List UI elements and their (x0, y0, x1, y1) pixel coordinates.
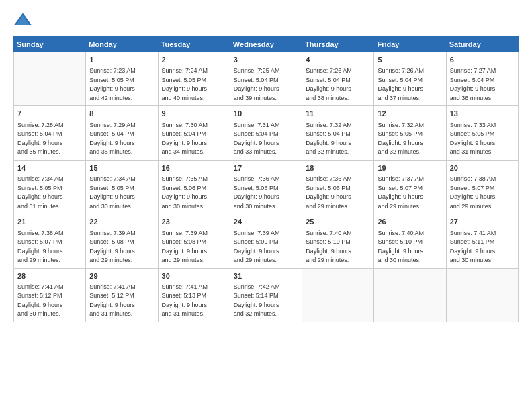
day-number: 5 (378, 55, 442, 65)
day-number: 31 (234, 271, 298, 281)
day-info: Sunrise: 7:33 AM Sunset: 5:05 PM Dayligh… (450, 121, 515, 157)
calendar-day-header: Saturday (446, 37, 518, 52)
calendar-table: SundayMondayTuesdayWednesdayThursdayFrid… (13, 36, 519, 322)
calendar-cell: 8Sunrise: 7:29 AM Sunset: 5:04 PM Daylig… (86, 106, 158, 160)
day-info: Sunrise: 7:41 AM Sunset: 5:13 PM Dayligh… (162, 283, 226, 319)
calendar-cell (446, 268, 518, 322)
calendar-cell: 28Sunrise: 7:41 AM Sunset: 5:12 PM Dayli… (14, 268, 86, 322)
day-number: 29 (89, 271, 154, 281)
calendar-cell (302, 268, 374, 322)
day-number: 16 (162, 163, 226, 173)
day-info: Sunrise: 7:41 AM Sunset: 5:12 PM Dayligh… (89, 283, 154, 319)
day-number: 27 (450, 217, 515, 227)
calendar-cell: 5Sunrise: 7:26 AM Sunset: 5:04 PM Daylig… (374, 52, 446, 106)
calendar-cell: 7Sunrise: 7:28 AM Sunset: 5:04 PM Daylig… (14, 106, 86, 160)
day-info: Sunrise: 7:34 AM Sunset: 5:05 PM Dayligh… (17, 175, 82, 211)
day-info: Sunrise: 7:23 AM Sunset: 5:05 PM Dayligh… (89, 66, 154, 103)
day-number: 19 (378, 163, 442, 173)
calendar-cell: 25Sunrise: 7:40 AM Sunset: 5:10 PM Dayli… (302, 214, 374, 268)
calendar-week-row: 28Sunrise: 7:41 AM Sunset: 5:12 PM Dayli… (14, 268, 519, 322)
logo (13, 11, 35, 30)
calendar-cell: 21Sunrise: 7:38 AM Sunset: 5:07 PM Dayli… (14, 214, 86, 268)
day-info: Sunrise: 7:36 AM Sunset: 5:06 PM Dayligh… (306, 175, 370, 211)
calendar-cell: 15Sunrise: 7:34 AM Sunset: 5:05 PM Dayli… (86, 160, 158, 214)
calendar-cell: 9Sunrise: 7:30 AM Sunset: 5:04 PM Daylig… (158, 106, 230, 160)
day-number: 6 (450, 55, 515, 65)
calendar-cell: 29Sunrise: 7:41 AM Sunset: 5:12 PM Dayli… (86, 268, 158, 322)
day-number: 9 (162, 109, 226, 119)
day-info: Sunrise: 7:39 AM Sunset: 5:08 PM Dayligh… (89, 229, 154, 265)
day-info: Sunrise: 7:32 AM Sunset: 5:05 PM Dayligh… (378, 121, 442, 157)
calendar-cell: 27Sunrise: 7:41 AM Sunset: 5:11 PM Dayli… (446, 214, 518, 268)
calendar-cell: 2Sunrise: 7:24 AM Sunset: 5:05 PM Daylig… (158, 52, 230, 106)
day-number: 10 (234, 109, 298, 119)
calendar-cell: 20Sunrise: 7:38 AM Sunset: 5:07 PM Dayli… (446, 160, 518, 214)
calendar-day-header: Thursday (302, 37, 374, 52)
calendar-cell: 13Sunrise: 7:33 AM Sunset: 5:05 PM Dayli… (446, 106, 518, 160)
calendar-cell: 22Sunrise: 7:39 AM Sunset: 5:08 PM Dayli… (86, 214, 158, 268)
day-number: 20 (450, 163, 515, 173)
day-info: Sunrise: 7:27 AM Sunset: 5:04 PM Dayligh… (450, 66, 515, 103)
day-info: Sunrise: 7:31 AM Sunset: 5:04 PM Dayligh… (234, 121, 298, 157)
logo-icon (13, 11, 32, 30)
day-number: 12 (378, 109, 442, 119)
calendar-cell: 10Sunrise: 7:31 AM Sunset: 5:04 PM Dayli… (230, 106, 302, 160)
day-number: 30 (162, 271, 226, 281)
calendar-cell: 19Sunrise: 7:37 AM Sunset: 5:07 PM Dayli… (374, 160, 446, 214)
calendar-cell: 30Sunrise: 7:41 AM Sunset: 5:13 PM Dayli… (158, 268, 230, 322)
calendar-day-header: Monday (86, 37, 158, 52)
day-info: Sunrise: 7:25 AM Sunset: 5:04 PM Dayligh… (234, 66, 298, 103)
calendar-cell: 1Sunrise: 7:23 AM Sunset: 5:05 PM Daylig… (86, 52, 158, 106)
calendar-cell: 24Sunrise: 7:39 AM Sunset: 5:09 PM Dayli… (230, 214, 302, 268)
day-number: 4 (306, 55, 370, 65)
day-info: Sunrise: 7:40 AM Sunset: 5:10 PM Dayligh… (378, 229, 442, 265)
day-info: Sunrise: 7:32 AM Sunset: 5:04 PM Dayligh… (306, 121, 370, 157)
calendar-day-header: Friday (374, 37, 446, 52)
day-info: Sunrise: 7:38 AM Sunset: 5:07 PM Dayligh… (450, 175, 515, 211)
calendar-cell: 12Sunrise: 7:32 AM Sunset: 5:05 PM Dayli… (374, 106, 446, 160)
calendar-cell: 16Sunrise: 7:35 AM Sunset: 5:06 PM Dayli… (158, 160, 230, 214)
calendar-week-row: 14Sunrise: 7:34 AM Sunset: 5:05 PM Dayli… (14, 160, 519, 214)
calendar-cell: 23Sunrise: 7:39 AM Sunset: 5:08 PM Dayli… (158, 214, 230, 268)
calendar-cell: 26Sunrise: 7:40 AM Sunset: 5:10 PM Dayli… (374, 214, 446, 268)
day-number: 7 (17, 109, 82, 119)
calendar-cell (14, 52, 86, 106)
day-number: 2 (162, 55, 226, 65)
day-number: 14 (17, 163, 82, 173)
day-info: Sunrise: 7:36 AM Sunset: 5:06 PM Dayligh… (234, 175, 298, 211)
day-info: Sunrise: 7:30 AM Sunset: 5:04 PM Dayligh… (162, 121, 226, 157)
calendar-cell: 17Sunrise: 7:36 AM Sunset: 5:06 PM Dayli… (230, 160, 302, 214)
day-number: 25 (306, 217, 370, 227)
day-info: Sunrise: 7:26 AM Sunset: 5:04 PM Dayligh… (378, 66, 442, 103)
day-info: Sunrise: 7:40 AM Sunset: 5:10 PM Dayligh… (306, 229, 370, 265)
calendar-cell: 6Sunrise: 7:27 AM Sunset: 5:04 PM Daylig… (446, 52, 518, 106)
calendar-day-header: Wednesday (230, 37, 302, 52)
day-info: Sunrise: 7:38 AM Sunset: 5:07 PM Dayligh… (17, 229, 82, 265)
day-info: Sunrise: 7:39 AM Sunset: 5:08 PM Dayligh… (162, 229, 226, 265)
calendar-cell: 18Sunrise: 7:36 AM Sunset: 5:06 PM Dayli… (302, 160, 374, 214)
calendar-day-header: Sunday (14, 37, 86, 52)
page: SundayMondayTuesdayWednesdayThursdayFrid… (0, 0, 532, 411)
day-info: Sunrise: 7:35 AM Sunset: 5:06 PM Dayligh… (162, 175, 226, 211)
day-info: Sunrise: 7:24 AM Sunset: 5:05 PM Dayligh… (162, 66, 226, 103)
day-number: 23 (162, 217, 226, 227)
day-info: Sunrise: 7:26 AM Sunset: 5:04 PM Dayligh… (306, 66, 370, 103)
calendar-week-row: 1Sunrise: 7:23 AM Sunset: 5:05 PM Daylig… (14, 52, 519, 106)
day-info: Sunrise: 7:34 AM Sunset: 5:05 PM Dayligh… (89, 175, 154, 211)
day-number: 8 (89, 109, 154, 119)
day-number: 17 (234, 163, 298, 173)
calendar-cell: 31Sunrise: 7:42 AM Sunset: 5:14 PM Dayli… (230, 268, 302, 322)
day-number: 13 (450, 109, 515, 119)
day-number: 18 (306, 163, 370, 173)
calendar-header-row: SundayMondayTuesdayWednesdayThursdayFrid… (14, 37, 519, 52)
day-number: 28 (17, 271, 82, 281)
day-number: 22 (89, 217, 154, 227)
day-info: Sunrise: 7:41 AM Sunset: 5:11 PM Dayligh… (450, 229, 515, 265)
day-number: 3 (234, 55, 298, 65)
calendar-week-row: 7Sunrise: 7:28 AM Sunset: 5:04 PM Daylig… (14, 106, 519, 160)
calendar-cell: 14Sunrise: 7:34 AM Sunset: 5:05 PM Dayli… (14, 160, 86, 214)
day-info: Sunrise: 7:39 AM Sunset: 5:09 PM Dayligh… (234, 229, 298, 265)
day-number: 24 (234, 217, 298, 227)
day-number: 11 (306, 109, 370, 119)
day-number: 15 (89, 163, 154, 173)
